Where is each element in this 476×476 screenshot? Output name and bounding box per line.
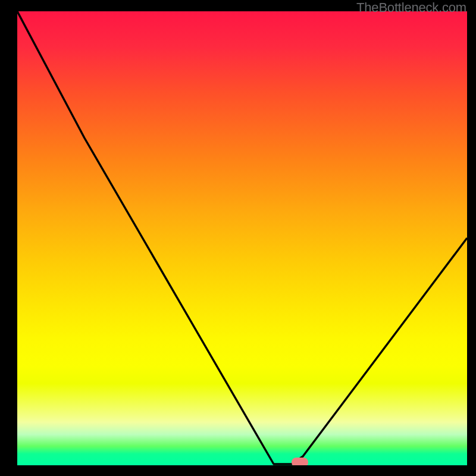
- x-axis-line: [17, 465, 467, 466]
- chart-container: TheBottleneck.com: [0, 0, 476, 476]
- watermark-text: TheBottleneck.com: [356, 0, 466, 15]
- optimum-marker: [292, 458, 308, 465]
- bottleneck-curve: [17, 11, 467, 465]
- plot-area: [17, 11, 467, 465]
